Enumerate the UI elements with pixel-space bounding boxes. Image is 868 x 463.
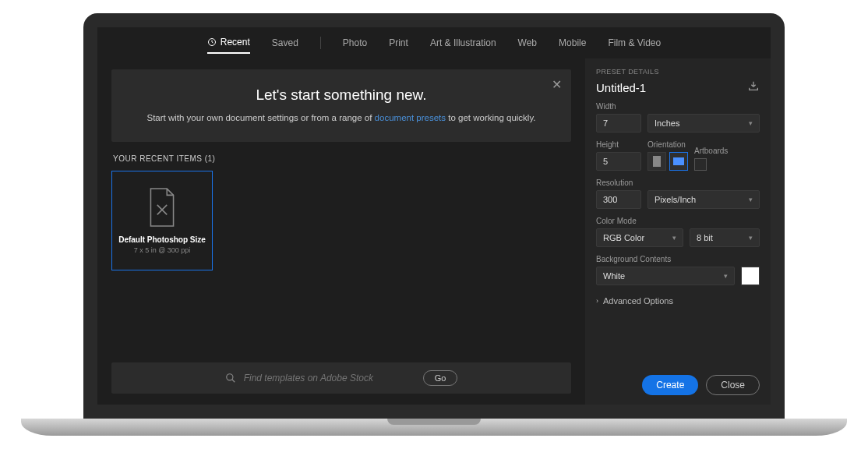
chevron-down-icon: ▾	[724, 272, 728, 280]
chevron-down-icon: ▾	[749, 119, 753, 127]
tab-art-illustration[interactable]: Art & Illustration	[430, 33, 496, 53]
svg-point-1	[226, 374, 232, 380]
landscape-icon	[673, 157, 684, 165]
orientation-landscape-button[interactable]	[669, 152, 688, 171]
recent-items-label: YOUR RECENT ITEMS (1)	[113, 154, 571, 163]
tab-label: Photo	[343, 37, 367, 48]
tab-label: Saved	[272, 37, 298, 48]
tab-print[interactable]: Print	[389, 33, 408, 53]
tab-label: Recent	[221, 37, 250, 48]
left-pane: ✕ Let's start something new. Start with …	[97, 58, 585, 405]
colordepth-select[interactable]: 8 bit ▾	[690, 228, 760, 247]
preset-name: Default Photoshop Size	[118, 235, 206, 244]
tab-separator	[320, 37, 321, 49]
chevron-down-icon: ▾	[749, 234, 753, 242]
portrait-icon	[653, 156, 661, 167]
artboards-checkbox[interactable]	[694, 158, 707, 171]
preset-dimensions: 7 x 5 in @ 300 ppi	[134, 246, 191, 254]
tab-label: Mobile	[559, 37, 586, 48]
panel-header: PRESET DETAILS	[596, 68, 760, 76]
intro-text: Start with your own document settings or…	[130, 111, 552, 125]
tab-saved[interactable]: Saved	[272, 33, 298, 53]
close-icon[interactable]: ✕	[552, 77, 562, 92]
tab-label: Web	[518, 37, 537, 48]
background-swatch[interactable]	[741, 267, 760, 285]
stock-search-bar: Go	[111, 362, 571, 394]
advanced-label: Advanced Options	[603, 296, 673, 306]
units-value: Inches	[655, 118, 679, 128]
tab-label: Print	[389, 37, 408, 48]
tab-mobile[interactable]: Mobile	[559, 33, 586, 53]
colordepth-value: 8 bit	[697, 233, 713, 242]
document-icon	[146, 187, 178, 228]
recent-preset-card[interactable]: Default Photoshop Size 7 x 5 in @ 300 pp…	[111, 171, 213, 270]
tab-film-video[interactable]: Film & Video	[608, 33, 661, 53]
advanced-options-toggle[interactable]: › Advanced Options	[596, 296, 760, 306]
intro-title: Let's start something new.	[130, 87, 552, 104]
clock-icon	[207, 37, 217, 47]
orientation-label: Orientation	[647, 140, 688, 149]
stock-search-input[interactable]	[244, 373, 415, 383]
height-input[interactable]	[596, 152, 641, 171]
chevron-down-icon: ▾	[672, 234, 676, 242]
artboards-label: Artboards	[694, 147, 728, 155]
laptop-camera	[432, 17, 436, 22]
go-button[interactable]: Go	[423, 370, 458, 386]
intro-banner: ✕ Let's start something new. Start with …	[111, 69, 571, 142]
document-presets-link[interactable]: document presets	[375, 113, 446, 122]
resolution-units-select[interactable]: Pixels/Inch ▾	[647, 190, 760, 209]
background-label: Background Contents	[596, 255, 760, 263]
preset-details-panel: PRESET DETAILS Untitled-1 Width	[585, 58, 771, 405]
background-value: White	[603, 271, 625, 281]
orientation-portrait-button[interactable]	[647, 152, 666, 171]
resolution-input[interactable]	[596, 190, 641, 209]
height-label: Height	[596, 140, 641, 149]
laptop-base	[21, 419, 847, 436]
laptop-notch	[387, 419, 481, 425]
background-select[interactable]: White ▾	[596, 267, 735, 285]
document-name[interactable]: Untitled-1	[596, 81, 646, 94]
resolution-units-value: Pixels/Inch	[655, 195, 696, 204]
save-preset-icon[interactable]	[747, 80, 760, 94]
colormode-value: RGB Color	[603, 233, 644, 242]
chevron-right-icon: ›	[596, 297, 598, 305]
width-input[interactable]	[596, 114, 641, 133]
tab-label: Art & Illustration	[430, 37, 496, 48]
search-icon	[225, 373, 236, 383]
new-document-dialog: Recent Saved Photo Print Art & Illustrat…	[97, 27, 771, 405]
preset-tabs: Recent Saved Photo Print Art & Illustrat…	[97, 27, 771, 58]
create-button[interactable]: Create	[642, 375, 698, 395]
close-button[interactable]: Close	[706, 375, 760, 395]
tab-recent[interactable]: Recent	[207, 32, 250, 54]
colormode-select[interactable]: RGB Color ▾	[596, 228, 683, 247]
tab-photo[interactable]: Photo	[343, 33, 367, 53]
width-label: Width	[596, 102, 641, 111]
chevron-down-icon: ▾	[749, 196, 753, 203]
colormode-label: Color Mode	[596, 217, 760, 225]
tab-web[interactable]: Web	[518, 33, 537, 53]
resolution-label: Resolution	[596, 178, 641, 187]
tab-label: Film & Video	[608, 37, 661, 48]
units-select[interactable]: Inches ▾	[647, 114, 760, 133]
